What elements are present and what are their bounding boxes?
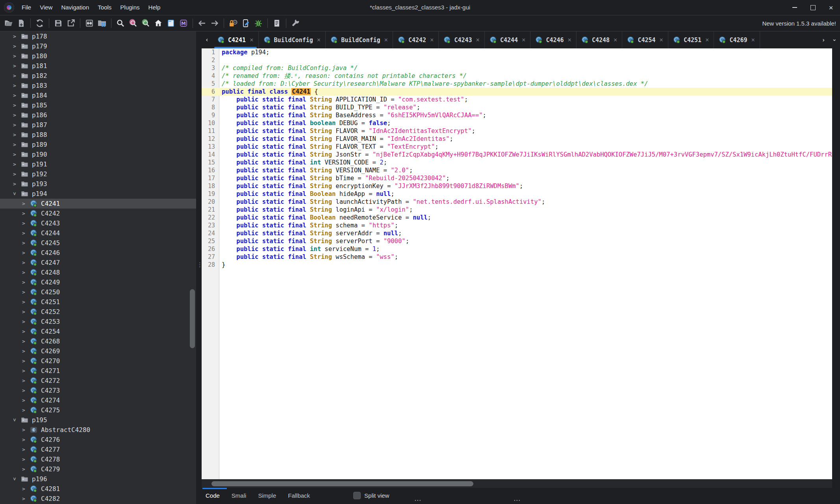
chevron-right-icon[interactable]: > [12,102,17,108]
nav-back-icon[interactable] [196,17,208,30]
tab-close-icon[interactable]: × [476,37,480,44]
chevron-right-icon[interactable]: > [21,201,26,207]
tree-package-p179[interactable]: >p179 [0,41,196,51]
tab-close-icon[interactable]: × [705,37,709,44]
tree-class-AbstractC4280[interactable]: >CAbstractC4280 [0,425,196,435]
reload-icon[interactable] [33,17,46,30]
mode-button-smali[interactable]: Smali [232,492,247,499]
main-activity-icon[interactable] [152,17,165,30]
chevron-right-icon[interactable]: > [21,309,26,315]
chevron-right-icon[interactable]: > [21,378,26,384]
tab-C4242[interactable]: C4242× [393,31,439,48]
tree-package-p187[interactable]: >p187 [0,120,196,130]
tree-class-C4268[interactable]: >C4268 [0,336,196,346]
tree-class-C4242[interactable]: >C4242 [0,209,196,218]
tab-BuildConfig[interactable]: BuildConfig× [326,31,393,48]
tab-close-icon[interactable]: × [660,37,663,44]
tab-close-icon[interactable]: × [250,37,253,44]
chevron-right-icon[interactable]: > [12,63,17,69]
nav-forward-icon[interactable] [208,17,221,30]
tree-class-C4273[interactable]: >C4273 [0,386,196,395]
tree-class-C4253[interactable]: >C4253 [0,317,196,327]
menu-navigation[interactable]: Navigation [57,0,93,15]
mappings-icon[interactable]: M [177,17,190,30]
menu-view[interactable]: View [35,0,57,15]
tree-class-C4275[interactable]: >C4275 [0,405,196,415]
debugger-icon[interactable] [252,17,265,30]
chevron-right-icon[interactable]: > [12,181,17,187]
settings-wrench-icon[interactable] [289,17,302,30]
tab-close-icon[interactable]: × [568,37,571,44]
tree-class-C4245[interactable]: >C4245 [0,238,196,248]
tab-C4254[interactable]: C4254× [622,31,668,48]
chevron-right-icon[interactable]: > [12,53,17,59]
tree-class-C4250[interactable]: >C4250 [0,287,196,297]
tree-class-C4274[interactable]: >C4274 [0,395,196,405]
tree-package-p178[interactable]: >p178 [0,31,196,41]
tab-list-dropdown-button[interactable]: › [829,31,840,48]
tree-class-C4246[interactable]: >C4246 [0,248,196,258]
tab-C4241[interactable]: C4241× [213,31,259,48]
open-file-icon[interactable] [2,17,15,30]
tree-package-p194[interactable]: >p194 [0,189,196,199]
text-search-icon[interactable] [114,17,127,30]
chevron-right-icon[interactable]: > [21,466,26,472]
tree-package-p195[interactable]: >p195 [0,415,196,425]
tree-class-C4269[interactable]: >C4269 [0,346,196,356]
chevron-right-icon[interactable]: > [21,368,26,374]
chevron-right-icon[interactable]: > [12,83,17,89]
chevron-right-icon[interactable]: > [21,388,26,393]
tree-package-p182[interactable]: >p182 [0,71,196,81]
tree-class-C4248[interactable]: >C4248 [0,268,196,277]
maximize-button[interactable] [804,0,822,15]
minimize-button[interactable] [786,0,804,15]
tab-scroll-left-button[interactable]: › [202,31,213,48]
tree-class-C4278[interactable]: >C4278 [0,454,196,464]
chevron-down-icon[interactable]: > [12,417,18,423]
tree-class-C4241[interactable]: >C4241 [0,199,196,209]
chevron-right-icon[interactable]: > [21,250,26,256]
chevron-right-icon[interactable]: > [21,407,26,413]
tab-close-icon[interactable]: × [384,37,388,44]
chevron-right-icon[interactable]: > [12,33,17,39]
chevron-down-icon[interactable]: > [12,191,18,197]
class-search-icon[interactable] [127,17,139,30]
chevron-right-icon[interactable]: > [12,132,17,138]
chevron-right-icon[interactable]: > [12,151,17,157]
tab-C4269[interactable]: C4269× [714,31,760,48]
menu-file[interactable]: File [17,0,35,15]
chevron-right-icon[interactable]: > [21,348,26,354]
chevron-right-icon[interactable]: > [12,161,17,167]
rename-icon[interactable] [239,17,252,30]
close-button[interactable]: × [822,0,840,15]
chevron-right-icon[interactable]: > [21,496,26,502]
tree-class-C4243[interactable]: >C4243 [0,218,196,228]
tree-class-C4277[interactable]: >C4277 [0,445,196,454]
chevron-right-icon[interactable]: > [12,171,17,177]
chevron-right-icon[interactable]: > [21,279,26,285]
chevron-right-icon[interactable]: > [21,319,26,325]
tree-class-C4252[interactable]: >C4252 [0,307,196,317]
tab-C4244[interactable]: C4244× [485,31,531,48]
tree-class-C4247[interactable]: >C4247 [0,258,196,268]
tab-close-icon[interactable]: × [522,37,525,44]
tree-package-p189[interactable]: >p189 [0,140,196,150]
tree-class-C4282[interactable]: >C4282 [0,494,196,504]
chevron-right-icon[interactable]: > [21,299,26,305]
chevron-right-icon[interactable]: > [21,358,26,364]
tree-package-p185[interactable]: >p185 [0,100,196,110]
tree-package-p191[interactable]: >p191 [0,159,196,169]
chevron-right-icon[interactable]: > [21,260,26,266]
tree-package-p192[interactable]: >p192 [0,169,196,179]
chevron-right-icon[interactable]: > [21,397,26,403]
tree-package-p181[interactable]: >p181 [0,61,196,71]
chevron-right-icon[interactable]: > [21,230,26,236]
horizontal-scrollbar-thumb[interactable] [211,481,473,486]
tree-class-C4244[interactable]: >C4244 [0,228,196,238]
tree-package-p190[interactable]: >p190 [0,150,196,159]
chevron-right-icon[interactable]: > [21,338,26,344]
chevron-right-icon[interactable]: > [21,289,26,295]
tree-class-C4254[interactable]: >C4254 [0,327,196,336]
chevron-right-icon[interactable]: > [12,122,17,128]
mode-button-simple[interactable]: Simple [258,492,276,499]
